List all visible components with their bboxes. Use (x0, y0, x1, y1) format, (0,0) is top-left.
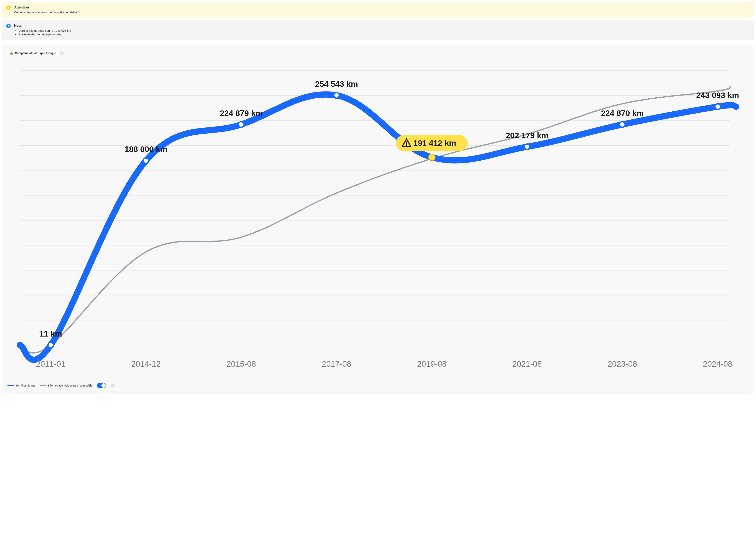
mileage-point (334, 93, 339, 98)
mileage-point-label: 11 km (39, 329, 62, 338)
note-banner: i Note Dernier kilométrage connu : 243 0… (2, 20, 754, 40)
mileage-point (238, 122, 244, 127)
note-item: 8 relevés de kilométrage trouvés (18, 33, 750, 36)
mileage-point-label: 224 870 km (601, 109, 644, 118)
mileage-point-label: 188 000 km (125, 145, 168, 154)
legend-your-label: Ton kilométrage (16, 384, 35, 387)
x-tick-label: 2015-08 (227, 359, 256, 369)
chart-card: Compteur kilométrique trafiqué ? 11 km18… (2, 45, 754, 394)
mileage-chart: 11 km188 000 km224 879 km254 543 km191 4… (7, 58, 749, 379)
mileage-point (715, 104, 720, 109)
badge-row: Compteur kilométrique trafiqué ? (7, 50, 749, 56)
legend-your-mileage: Ton kilométrage (7, 384, 35, 387)
mileage-point-label: 243 093 km (696, 91, 739, 100)
legend-row: Ton kilométrage Kilométrage typique pour… (7, 383, 749, 388)
toggle-knob (101, 383, 106, 388)
note-body: Note Dernier kilométrage connu : 243 093… (14, 24, 750, 37)
x-tick-label: 2021-08 (512, 359, 542, 369)
warning-text: Ce véhicule pourrait avoir un kilométrag… (14, 11, 750, 14)
mileage-point-label: 254 543 km (315, 79, 358, 89)
x-tick-label: 2017-08 (322, 359, 352, 369)
legend-typical-mileage: Kilométrage typique pour ce modèle (40, 384, 92, 387)
x-tick-label: 2011-01 (36, 359, 65, 369)
warning-icon: ! (6, 5, 11, 10)
mileage-point (619, 122, 625, 127)
warning-triangle-icon (10, 51, 13, 55)
help-icon[interactable]: ? (111, 384, 115, 388)
help-icon[interactable]: ? (60, 51, 64, 55)
x-tick-label: 2023-08 (607, 359, 637, 369)
info-icon: i (6, 24, 11, 28)
mileage-point (48, 342, 53, 348)
mileage-point-label: 224 879 km (220, 109, 263, 118)
warning-title: Attention (14, 5, 750, 9)
tamper-badge-label: Compteur kilométrique trafiqué (15, 52, 56, 55)
x-tick-label: 2019-08 (417, 359, 447, 369)
mileage-point (143, 158, 149, 163)
note-item: Dernier kilométrage connu : 243 093 km (18, 29, 750, 32)
typical-toggle[interactable] (97, 383, 106, 388)
svg-point-1 (11, 54, 12, 54)
anomaly-point (428, 154, 435, 161)
warning-body: Attention Ce véhicule pourrait avoir un … (14, 5, 750, 14)
legend-typical-label: Kilométrage typique pour ce modèle (48, 384, 92, 387)
legend-swatch-blue (7, 385, 14, 386)
mileage-point (524, 144, 530, 150)
x-tick-label: 2014-12 (131, 359, 161, 369)
anomaly-label: 191 412 km (413, 138, 456, 148)
warning-banner: ! Attention Ce véhicule pourrait avoir u… (2, 2, 754, 17)
note-list: Dernier kilométrage connu : 243 093 km 8… (14, 29, 750, 36)
x-tick-label: 2024-08 (703, 359, 733, 369)
svg-point-15 (406, 145, 407, 147)
tamper-badge: Compteur kilométrique trafiqué (7, 50, 58, 56)
mileage-point-label: 202 179 km (505, 131, 548, 140)
legend-swatch-gray (40, 385, 47, 386)
note-title: Note (14, 24, 750, 28)
chart-svg: 11 km188 000 km224 879 km254 543 km191 4… (7, 58, 749, 379)
